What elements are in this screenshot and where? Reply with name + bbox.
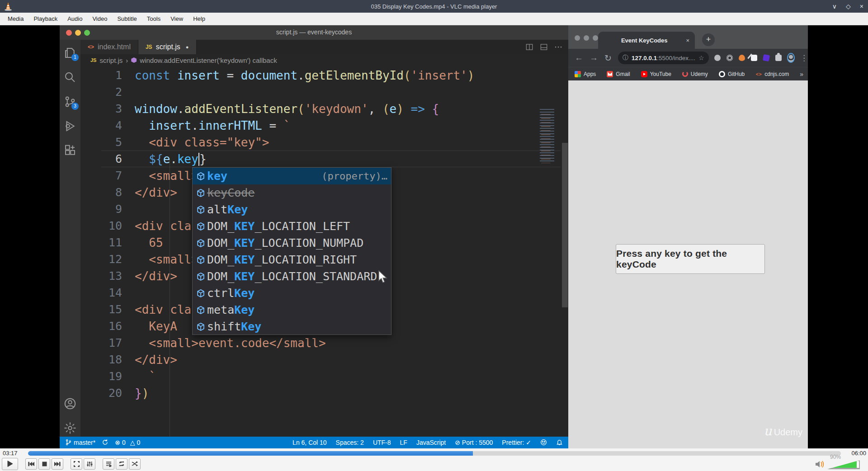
- suggestion-altKey[interactable]: altKey: [193, 201, 391, 218]
- line-number: 15: [101, 303, 135, 316]
- breadcrumb-file[interactable]: script.js: [99, 57, 123, 64]
- bookmark-star-icon[interactable]: ☆: [698, 54, 704, 61]
- git-branch-status[interactable]: master*: [65, 439, 95, 446]
- close-button[interactable]: ×: [860, 3, 863, 10]
- settings-gear-icon[interactable]: [63, 421, 77, 435]
- split-editor-icon[interactable]: [525, 43, 533, 51]
- url-text[interactable]: 127.0.0.1:5500/index....: [632, 55, 695, 61]
- stop-button[interactable]: [38, 458, 50, 470]
- video-canvas[interactable]: script.js — event-keycodes 1 3: [0, 25, 868, 448]
- suggestion-DOM_KEY_LOCATION_NUMPAD[interactable]: DOM_KEY_LOCATION_NUMPAD: [193, 235, 391, 251]
- explorer-icon[interactable]: 1: [63, 46, 77, 60]
- browser-tab[interactable]: Event KeyCodes ×: [598, 32, 695, 49]
- suggestion-DOM_KEY_LOCATION_STANDARD[interactable]: DOM_KEY_LOCATION_STANDARD: [193, 268, 391, 285]
- site-info-icon[interactable]: ⓘ: [623, 54, 628, 62]
- search-icon[interactable]: [63, 71, 77, 84]
- code-text: insert.innerHTML = `: [135, 119, 561, 132]
- url-path: :5500/index....: [657, 55, 695, 61]
- playlist-button[interactable]: [103, 458, 114, 470]
- status-ln-6-col-10[interactable]: Ln 6, Col 10: [292, 439, 327, 446]
- bookmark-cdnjs-com[interactable]: <>cdnjs.com: [755, 71, 789, 77]
- fullscreen-button[interactable]: [71, 458, 82, 470]
- notifications-icon[interactable]: [556, 439, 563, 446]
- menu-media[interactable]: Media: [3, 15, 28, 22]
- browser-menu-icon[interactable]: ⋮: [800, 53, 808, 63]
- extensions-puzzle-icon[interactable]: [775, 55, 782, 61]
- run-debug-icon[interactable]: [63, 119, 77, 133]
- line-number: 14: [101, 286, 135, 299]
- suggestion-key[interactable]: key(property)…: [193, 168, 391, 184]
- extensions-icon[interactable]: [63, 144, 77, 157]
- reload-icon[interactable]: ↻: [604, 53, 612, 63]
- minimap[interactable]: [540, 109, 561, 163]
- breadcrumb[interactable]: JS script.js › window.addEventListener('…: [80, 54, 568, 66]
- profile-avatar[interactable]: [787, 53, 795, 63]
- maximize-button[interactable]: ◇: [846, 3, 851, 10]
- extension-purple-icon[interactable]: [763, 54, 770, 61]
- editor-tab-index-html[interactable]: <>index.html: [80, 40, 138, 54]
- extended-settings-button[interactable]: [84, 458, 95, 470]
- seek-bar[interactable]: [28, 451, 841, 456]
- sync-icon[interactable]: [102, 439, 108, 446]
- problems-status[interactable]: ⊗ 0 △ 0: [115, 439, 140, 446]
- tab-label: index.html: [98, 43, 131, 51]
- back-icon[interactable]: ←: [575, 53, 583, 63]
- address-bar[interactable]: ⓘ 127.0.0.1:5500/index.... ☆: [618, 52, 709, 64]
- extension-editor-icon[interactable]: [751, 55, 757, 61]
- activity-bar: 1 3: [60, 40, 80, 437]
- status-port-5500[interactable]: ⊘ Port : 5500: [455, 439, 493, 446]
- autocomplete-dropdown: key(property)…keyCodealtKeyDOM_KEY_LOCAT…: [192, 167, 392, 335]
- more-actions-icon[interactable]: ⋯: [554, 42, 563, 52]
- editor-tab-script-js[interactable]: JSscript.js●: [138, 40, 197, 54]
- menu-subtitle[interactable]: Subtitle: [112, 15, 142, 22]
- status-prettier-[interactable]: Prettier: ✓: [502, 439, 531, 446]
- speaker-icon[interactable]: [815, 460, 826, 468]
- editor-scrollbar[interactable]: [562, 143, 568, 307]
- bookmark-apps[interactable]: Apps: [575, 71, 596, 77]
- toggle-panel-icon[interactable]: [540, 43, 548, 51]
- shuffle-button[interactable]: [129, 458, 141, 470]
- code-line-5: 5 <div class="key">: [101, 134, 561, 151]
- tab-label: script.js: [156, 43, 180, 51]
- tab-close-icon[interactable]: ×: [686, 37, 689, 44]
- menu-playback[interactable]: Playback: [28, 15, 62, 22]
- menu-audio[interactable]: Audio: [62, 15, 87, 22]
- menu-video[interactable]: Video: [87, 15, 112, 22]
- menu-tools[interactable]: Tools: [142, 15, 165, 22]
- breadcrumb-symbol[interactable]: window.addEventListener('keydown') callb…: [140, 57, 277, 64]
- source-control-icon[interactable]: 3: [63, 95, 77, 108]
- volume-slider[interactable]: [827, 460, 860, 469]
- suggestion-DOM_KEY_LOCATION_RIGHT[interactable]: DOM_KEY_LOCATION_RIGHT: [193, 251, 391, 268]
- suggestion-DOM_KEY_LOCATION_LEFT[interactable]: DOM_KEY_LOCATION_LEFT: [193, 218, 391, 235]
- account-icon[interactable]: [63, 397, 77, 410]
- status-utf-8[interactable]: UTF-8: [373, 439, 391, 446]
- menu-help[interactable]: Help: [188, 15, 210, 22]
- extension-orange-icon[interactable]: [739, 55, 745, 61]
- minimize-button[interactable]: ∨: [832, 3, 837, 10]
- bookmark-gmail[interactable]: Gmail: [607, 71, 630, 77]
- status-javascript[interactable]: JavaScript: [416, 439, 446, 446]
- suggestion-label: key: [207, 170, 227, 183]
- previous-button[interactable]: [25, 458, 37, 470]
- errors-count: 0: [122, 439, 126, 446]
- forward-icon[interactable]: →: [590, 53, 598, 63]
- extension-target-icon[interactable]: [726, 55, 733, 61]
- suggestion-shiftKey[interactable]: shiftKey: [193, 318, 391, 335]
- status-lf[interactable]: LF: [400, 439, 407, 446]
- menu-view[interactable]: View: [165, 15, 188, 22]
- suggestion-ctrlKey[interactable]: ctrlKey: [193, 285, 391, 301]
- status-spaces-2[interactable]: Spaces: 2: [336, 439, 364, 446]
- suggestion-keyCode[interactable]: keyCode: [193, 184, 391, 201]
- next-button[interactable]: [52, 458, 63, 470]
- bookmark-youtube[interactable]: YouTube: [641, 71, 671, 77]
- new-tab-button[interactable]: +: [702, 33, 715, 46]
- suggestion-metaKey[interactable]: metaKey: [193, 301, 391, 318]
- window-title: 035 Display Key Codes.mp4 - VLC media pl…: [0, 3, 868, 10]
- feedback-icon[interactable]: [540, 439, 547, 446]
- bookmark-github[interactable]: GitHub: [719, 71, 745, 77]
- play-button[interactable]: [2, 458, 18, 470]
- loop-button[interactable]: [116, 458, 127, 470]
- extension-flower-icon[interactable]: [714, 55, 721, 61]
- more-bookmarks-icon[interactable]: »: [800, 71, 803, 78]
- bookmark-udemy[interactable]: Udemy: [682, 71, 708, 77]
